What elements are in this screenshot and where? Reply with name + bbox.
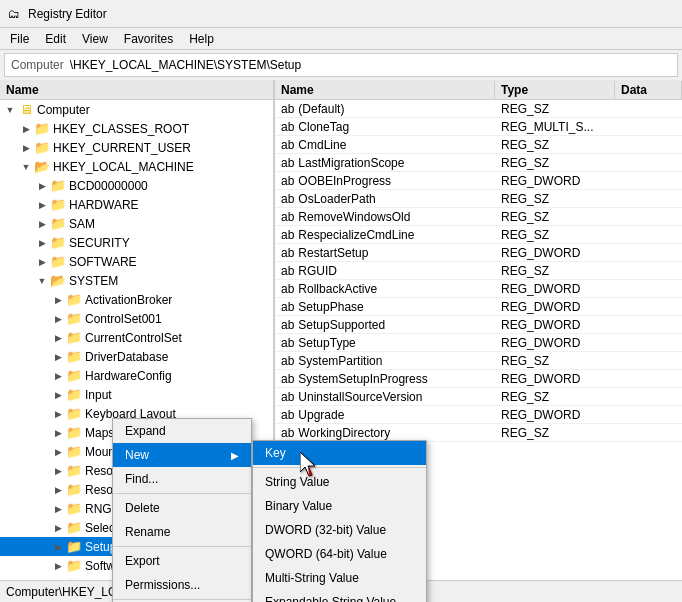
expand-toggle[interactable]: ▶ (50, 292, 66, 308)
expand-toggle[interactable]: ▶ (34, 235, 50, 251)
menu-item-help[interactable]: Help (183, 30, 220, 48)
menu-item-favorites[interactable]: Favorites (118, 30, 179, 48)
tree-item-system[interactable]: ▼ 📂 SYSTEM (0, 271, 273, 290)
expand-toggle[interactable]: ▶ (50, 558, 66, 574)
registry-row[interactable]: abCloneTag REG_MULTI_S... (275, 118, 682, 136)
registry-row[interactable]: abRemoveWindowsOld REG_SZ (275, 208, 682, 226)
expand-toggle[interactable]: ▶ (50, 482, 66, 498)
tree-item-activationbroker[interactable]: ▶ 📁 ActivationBroker (0, 290, 273, 309)
tree-label: SECURITY (69, 236, 130, 250)
registry-row[interactable]: abSetupPhase REG_DWORD (275, 298, 682, 316)
tree-label: ControlSet001 (85, 312, 162, 326)
registry-row[interactable]: abSystemPartition REG_SZ (275, 352, 682, 370)
expand-toggle[interactable]: ▶ (50, 501, 66, 517)
registry-row[interactable]: abSetupSupported REG_DWORD (275, 316, 682, 334)
reg-icon: ab (281, 192, 294, 206)
reg-type: REG_DWORD (495, 174, 615, 188)
tree-item-controlset001[interactable]: ▶ 📁 ControlSet001 (0, 309, 273, 328)
expand-toggle[interactable]: ▶ (50, 311, 66, 327)
expand-toggle[interactable]: ▼ (18, 159, 34, 175)
reg-name: abSystemSetupInProgress (275, 372, 495, 386)
tree-item-hardware[interactable]: ▶ 📁 HARDWARE (0, 195, 273, 214)
reg-name: abOOBEInProgress (275, 174, 495, 188)
expand-toggle[interactable]: ▼ (2, 102, 18, 118)
ctx-rename-label: Rename (125, 525, 170, 539)
expand-toggle[interactable]: ▶ (50, 539, 66, 555)
ctx-rename[interactable]: Rename (113, 520, 251, 544)
tree-item-computer[interactable]: ▼ 🖥 Computer (0, 100, 273, 119)
expand-toggle[interactable]: ▶ (50, 425, 66, 441)
ctx-expand[interactable]: Expand (113, 419, 251, 443)
menu-item-view[interactable]: View (76, 30, 114, 48)
expand-toggle[interactable]: ▶ (50, 520, 66, 536)
registry-row[interactable]: abRestartSetup REG_DWORD (275, 244, 682, 262)
folder-icon: 📁 (66, 501, 82, 517)
expand-toggle[interactable]: ▶ (34, 254, 50, 270)
expand-toggle[interactable]: ▶ (34, 216, 50, 232)
registry-row[interactable]: abOOBEInProgress REG_DWORD (275, 172, 682, 190)
expand-toggle[interactable]: ▶ (34, 178, 50, 194)
sub-stringvalue[interactable]: String Value (253, 470, 426, 494)
registry-row[interactable]: abRollbackActive REG_DWORD (275, 280, 682, 298)
tree-item-security[interactable]: ▶ 📁 SECURITY (0, 233, 273, 252)
registry-row[interactable]: abUninstallSourceVersion REG_SZ (275, 388, 682, 406)
ctx-find[interactable]: Find... (113, 467, 251, 491)
sub-qwordvalue[interactable]: QWORD (64-bit) Value (253, 542, 426, 566)
tree-item-hkcu[interactable]: ▶ 📁 HKEY_CURRENT_USER (0, 138, 273, 157)
sub-key[interactable]: Key (253, 441, 426, 465)
reg-type: REG_MULTI_S... (495, 120, 615, 134)
sub-expandablestringvalue[interactable]: Expandable String Value (253, 590, 426, 602)
tree-item-software[interactable]: ▶ 📁 SOFTWARE (0, 252, 273, 271)
registry-row[interactable]: abLastMigrationScope REG_SZ (275, 154, 682, 172)
folder-icon: 📁 (66, 292, 82, 308)
menu-item-edit[interactable]: Edit (39, 30, 72, 48)
registry-row[interactable]: abSetupType REG_DWORD (275, 334, 682, 352)
ctx-new[interactable]: New ▶ (113, 443, 251, 467)
tree-item-hkcr[interactable]: ▶ 📁 HKEY_CLASSES_ROOT (0, 119, 273, 138)
expand-toggle[interactable]: ▶ (18, 140, 34, 156)
tree-item-input[interactable]: ▶ 📁 Input (0, 385, 273, 404)
menu-item-file[interactable]: File (4, 30, 35, 48)
expand-toggle[interactable]: ▶ (34, 197, 50, 213)
reg-icon: ab (281, 336, 294, 350)
tree-label: CurrentControlSet (85, 331, 182, 345)
expand-toggle[interactable]: ▶ (50, 406, 66, 422)
reg-name: abRGUID (275, 264, 495, 278)
expand-toggle[interactable]: ▶ (50, 387, 66, 403)
sub-multistringvalue-label: Multi-String Value (265, 571, 359, 585)
tree-item-hklm[interactable]: ▼ 📂 HKEY_LOCAL_MACHINE (0, 157, 273, 176)
ctx-export[interactable]: Export (113, 549, 251, 573)
reg-type: REG_DWORD (495, 318, 615, 332)
registry-row[interactable]: abRGUID REG_SZ (275, 262, 682, 280)
reg-icon: ab (281, 300, 294, 314)
expand-toggle[interactable]: ▶ (50, 368, 66, 384)
reg-name: abRemoveWindowsOld (275, 210, 495, 224)
tree-label: HKEY_LOCAL_MACHINE (53, 160, 194, 174)
expand-toggle[interactable]: ▶ (50, 463, 66, 479)
registry-row[interactable]: ab(Default) REG_SZ (275, 100, 682, 118)
registry-row[interactable]: abCmdLine REG_SZ (275, 136, 682, 154)
registry-row[interactable]: abUpgrade REG_DWORD (275, 406, 682, 424)
sub-multistringvalue[interactable]: Multi-String Value (253, 566, 426, 590)
tree-label: Input (85, 388, 112, 402)
menu-bar: FileEditViewFavoritesHelp (0, 28, 682, 50)
tree-item-currentcontrolset[interactable]: ▶ 📁 CurrentControlSet (0, 328, 273, 347)
expand-toggle[interactable]: ▶ (50, 349, 66, 365)
expand-toggle[interactable]: ▶ (50, 577, 66, 581)
ctx-delete[interactable]: Delete (113, 496, 251, 520)
expand-toggle[interactable]: ▼ (34, 273, 50, 289)
registry-row[interactable]: abRespecializeCmdLine REG_SZ (275, 226, 682, 244)
ctx-permissions[interactable]: Permissions... (113, 573, 251, 597)
expand-toggle[interactable]: ▶ (50, 444, 66, 460)
tree-item-driverdatabase[interactable]: ▶ 📁 DriverDatabase (0, 347, 273, 366)
sub-binaryvalue[interactable]: Binary Value (253, 494, 426, 518)
expand-toggle[interactable]: ▶ (18, 121, 34, 137)
reg-icon: ab (281, 156, 294, 170)
tree-item-bcd[interactable]: ▶ 📁 BCD00000000 (0, 176, 273, 195)
sub-dwordvalue[interactable]: DWORD (32-bit) Value (253, 518, 426, 542)
expand-toggle[interactable]: ▶ (50, 330, 66, 346)
tree-item-sam[interactable]: ▶ 📁 SAM (0, 214, 273, 233)
registry-row[interactable]: abOsLoaderPath REG_SZ (275, 190, 682, 208)
tree-item-hardwareconfig[interactable]: ▶ 📁 HardwareConfig (0, 366, 273, 385)
registry-row[interactable]: abSystemSetupInProgress REG_DWORD (275, 370, 682, 388)
